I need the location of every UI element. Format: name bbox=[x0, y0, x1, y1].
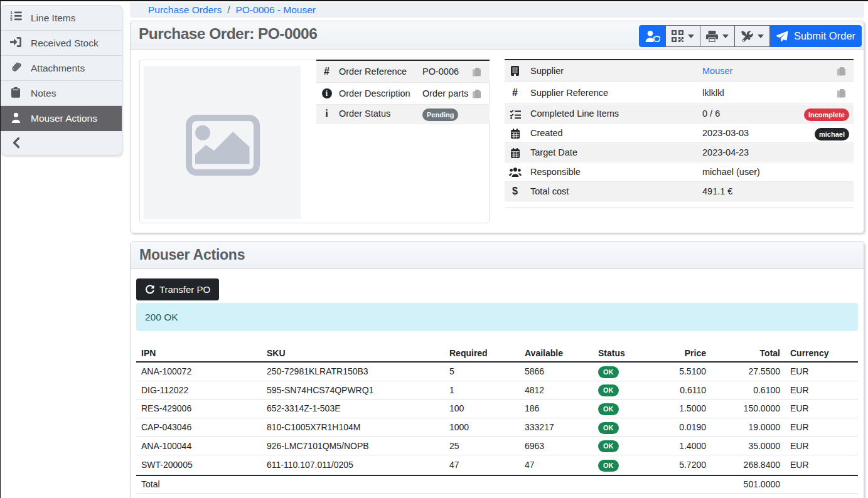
svg-text:3: 3 bbox=[10, 18, 13, 21]
